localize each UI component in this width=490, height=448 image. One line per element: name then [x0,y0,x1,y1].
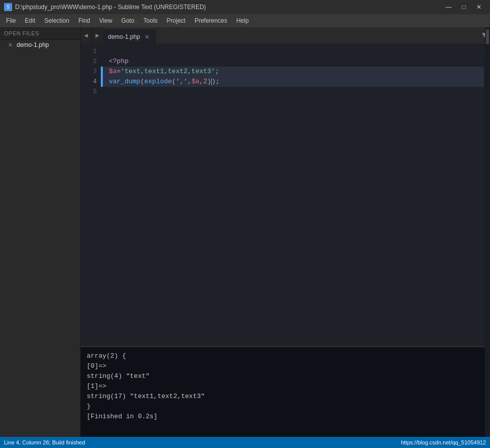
main-area: OPEN FILES ✕ demo-1.php ◀ ▶ demo-1.php ✕… [0,27,490,437]
right-scrollbar[interactable] [485,27,490,437]
menu-goto[interactable]: Goto [117,15,139,26]
output-panel: array(2) { [0]=> string(4) "text" [1]=> … [81,346,490,437]
tab-nav-prev[interactable]: ◀ [81,27,92,44]
line-numbers: 1 2 3 4 5 [81,44,101,346]
output-line-3: string(4) "text" [87,371,479,381]
line-num-4: 4 [81,77,97,87]
code-num-2: 2 [203,77,207,87]
window-controls: — □ ✕ [442,2,486,12]
output-line-1: array(2) { [87,351,479,361]
tab-demo1[interactable]: demo-1.php ✕ [103,29,156,44]
output-line-2: [0]=> [87,361,479,371]
line-num-2: 2 [81,57,97,67]
file-close-icon[interactable]: ✕ [8,42,13,48]
close-button[interactable]: ✕ [472,2,486,12]
editor-content[interactable]: 1 2 3 4 5 <?php $a = [81,44,490,346]
code-fn-explode: explode [144,77,172,87]
output-row: array(2) { [0]=> string(4) "text" [1]=> … [81,347,490,437]
code-fn-vardump: var_dump [109,77,140,87]
code-area[interactable]: <?php $a = 'text,text1,text2,text3' ; va… [101,44,484,346]
menu-project[interactable]: Project [163,15,190,26]
code-paren-close: ) [207,77,211,87]
code-line-3: $a = 'text,text1,text2,text3' ; [101,67,484,77]
code-line-5 [101,87,484,97]
editor-area: ◀ ▶ demo-1.php ✕ ▼ 1 2 3 4 5 [81,27,490,437]
code-line-2: <?php [101,57,484,67]
output-line-4: [1]=> [87,381,479,391]
line-num-1: 1 [81,46,97,57]
code-comma: , [188,77,192,87]
sidebar-header: OPEN FILES [0,27,80,40]
status-right: https://blog.csdn.net/qq_51054912 [401,439,486,445]
output-line-5: string(17) "text1,text2,text3" [87,391,479,402]
sidebar: OPEN FILES ✕ demo-1.php [0,27,81,437]
menu-file[interactable]: File [2,15,20,26]
code-keyword-php: <?php [109,57,129,67]
line-num-3: 3 [81,67,97,77]
maximize-button[interactable]: □ [457,2,471,12]
right-scrollbar-thumb[interactable] [486,29,489,44]
tab-label: demo-1.php [108,33,140,40]
code-str-comma: ',' [176,77,188,87]
title-bar-left: S D:\phpstudy_pro\WWW\demo-1.php - Subli… [4,3,206,11]
status-left: Line 4, Column 26; Build finished [4,439,85,445]
output-content: array(2) { [0]=> string(4) "text" [1]=> … [81,347,485,437]
code-line-4: var_dump ( explode ( ',' , $a , 2 ) ); [101,77,484,87]
code-line-1 [101,46,484,57]
sidebar-file-item[interactable]: ✕ demo-1.php [0,40,80,50]
menu-find[interactable]: Find [74,15,94,26]
tab-close-icon[interactable]: ✕ [143,33,150,40]
menu-selection[interactable]: Selection [40,15,73,26]
code-op-eq: = [117,67,121,77]
line-num-5: 5 [81,87,97,97]
code-comma-2: , [199,77,203,87]
code-str-value: 'text,text1,text2,text3' [120,67,215,77]
title-bar: S D:\phpstudy_pro\WWW\demo-1.php - Subli… [0,0,490,14]
code-var-a-2: $a [192,77,200,87]
menu-bar: File Edit Selection Find View Goto Tools… [0,14,490,27]
tab-bar: ◀ ▶ demo-1.php ✕ ▼ [81,27,490,44]
menu-edit[interactable]: Edit [21,15,39,26]
menu-tools[interactable]: Tools [140,15,162,26]
code-paren-open: ( [140,77,144,87]
code-paren-open-2: ( [172,77,176,87]
window-title: D:\phpstudy_pro\WWW\demo-1.php - Sublime… [15,4,206,11]
output-line-7: [Finished in 0.2s] [87,412,479,422]
menu-preferences[interactable]: Preferences [191,15,231,26]
status-bar: Line 4, Column 26; Build finished https:… [0,437,490,448]
menu-help[interactable]: Help [232,15,253,26]
app-icon: S [4,3,12,11]
output-line-6: } [87,402,479,412]
minimize-button[interactable]: — [442,2,456,12]
tab-nav-next[interactable]: ▶ [92,27,103,44]
code-semi-1: ; [215,67,219,77]
sidebar-file-name: demo-1.php [17,41,49,48]
code-paren-close-2: ); [212,77,220,87]
menu-view[interactable]: View [95,15,116,26]
code-var-a: $a [109,67,117,77]
